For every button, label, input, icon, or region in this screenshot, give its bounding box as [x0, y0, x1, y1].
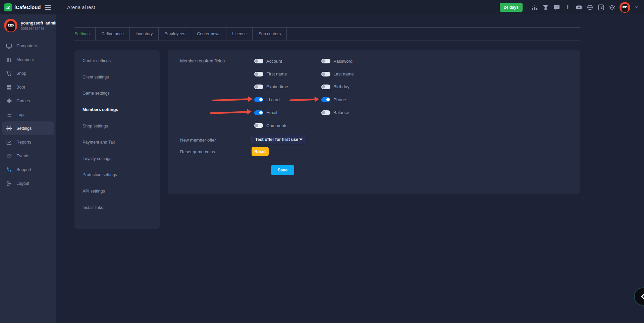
profile-chevron-down-icon[interactable] [635, 4, 639, 10]
settings-menu-item-payment-and-tax[interactable]: Payment and Tax [74, 134, 160, 151]
sidebar-item-events[interactable]: Events [2, 149, 54, 163]
reset-button[interactable]: Reset [252, 147, 269, 156]
discord-icon[interactable] [553, 4, 560, 11]
sidebar-item-reports[interactable]: Reports [2, 135, 54, 149]
first-name-toggle[interactable] [254, 72, 263, 76]
facebook-icon[interactable]: f [564, 4, 572, 11]
sidebar-item-label: Members [16, 57, 34, 62]
password-toggle[interactable] [321, 59, 330, 63]
new-member-offer-select[interactable]: Test offer for first use [252, 135, 306, 144]
select-chevron-down-icon [299, 139, 303, 141]
computers-icon [6, 43, 12, 49]
sidebar-item-computers[interactable]: Computers [2, 39, 54, 53]
menu-toggle-icon[interactable] [45, 5, 51, 10]
settings-menu-item-members-settings[interactable]: Members settings [74, 102, 160, 118]
field-balance: Balance [321, 110, 388, 115]
sidebar-item-logout[interactable]: Logout [2, 176, 54, 190]
youtube-icon[interactable] [575, 4, 583, 11]
main-content: Settings Define price Inventory Employee… [56, 14, 644, 323]
user-name: youngzsoft_admin [21, 21, 58, 25]
annotation-arrow-phone [289, 96, 319, 103]
account-toggle[interactable] [254, 59, 263, 63]
sidebar-item-games[interactable]: Games [2, 94, 54, 108]
reports-chart-icon [6, 139, 12, 145]
tab-define-price[interactable]: Define price [96, 28, 130, 40]
annotation-arrow-email [210, 109, 252, 116]
ranking-icon[interactable] [531, 4, 538, 11]
sidebar-item-label: Support [16, 167, 31, 172]
website-globe-icon[interactable] [586, 4, 594, 11]
events-crown-icon [6, 153, 12, 159]
birthday-toggle[interactable] [321, 85, 330, 89]
field-password: Password [321, 59, 388, 64]
email-toggle[interactable] [254, 110, 263, 115]
sidebar-item-members[interactable]: Members [2, 53, 54, 66]
phone-toggle[interactable] [321, 97, 330, 102]
expire-time-toggle[interactable] [254, 85, 263, 89]
last-name-toggle[interactable] [321, 72, 330, 76]
games-icon [6, 98, 12, 104]
tab-center-news[interactable]: Center news [191, 28, 226, 40]
sidebar-item-label: Logout [16, 181, 29, 186]
icafecloud-logo-icon[interactable] [597, 4, 605, 11]
user-id: 005193482475 [21, 26, 58, 31]
comments-toggle[interactable] [254, 123, 263, 128]
sidebar-item-support[interactable]: Support [2, 163, 54, 176]
id-card-toggle[interactable] [254, 97, 263, 102]
tab-sub-centers[interactable]: Sub centers [253, 28, 287, 40]
reset-game-coins-label: Reset game coins [180, 149, 215, 154]
settings-menu-item-client-settings[interactable]: Client settings [74, 69, 160, 86]
save-button[interactable]: Save [271, 165, 294, 175]
settings-menu-item-game-settings[interactable]: Game settings [74, 85, 160, 102]
sidebar-item-label: Settings [16, 126, 32, 131]
field-phone: Phone [321, 97, 388, 102]
sidebar-item-logs[interactable]: Logs [2, 108, 54, 121]
field-last-name: Last name [321, 71, 388, 76]
logs-icon [6, 112, 12, 118]
app-logo[interactable]: i2 iCafeCloud [4, 3, 41, 11]
sidebar-item-boot[interactable]: Boot [2, 80, 54, 94]
trophy-icon[interactable] [542, 4, 549, 11]
sidebar-item-label: Logs [16, 112, 25, 117]
shop-cart-icon [6, 70, 12, 76]
sidebar-item-label: Boot [16, 85, 25, 90]
settings-menu-item-shop-settings[interactable]: Shop settings [74, 118, 160, 134]
sidebar-item-shop[interactable]: Shop [2, 66, 54, 80]
settings-menu-item-center-settings[interactable]: Center settings [74, 53, 160, 69]
boot-windows-icon [6, 84, 12, 90]
tab-settings[interactable]: Settings [74, 28, 96, 40]
field-account: Account [254, 59, 321, 64]
field-expire-time: Expire time [254, 84, 321, 89]
sidebar-item-label: Computers [16, 44, 37, 48]
settings-menu-item-api-settings[interactable]: API settings [74, 183, 160, 200]
support-phone-icon [6, 167, 12, 173]
logout-icon [6, 180, 12, 186]
new-member-offer-value: Test offer for first use [255, 137, 298, 142]
sidebar-user-block[interactable]: youngzsoft_admin 005193482475 [0, 14, 56, 39]
settings-menu-item-loyalty-settings[interactable]: Loyalty settings [74, 151, 160, 167]
tab-inventory[interactable]: Inventory [130, 28, 159, 40]
user-avatar[interactable] [620, 2, 630, 13]
field-first-name: First name [254, 71, 321, 76]
members-settings-panel: Member required fields Account Password … [168, 50, 580, 194]
sidebar-item-label: Shop [16, 71, 26, 76]
icafemenu-layers-icon[interactable] [608, 4, 616, 11]
topbar-actions: 24 days f [500, 2, 644, 13]
sidebar-item-label: Events [16, 154, 29, 158]
settings-menu-item-install-links[interactable]: Install links [74, 199, 160, 216]
topbar: i2 iCafeCloud Arena aiTest 24 days [0, 0, 644, 14]
annotation-arrow-id-card [212, 96, 253, 103]
settings-menu-item-protection-settings[interactable]: Protection settings [74, 167, 160, 183]
license-days-badge[interactable]: 24 days [500, 3, 523, 12]
balance-toggle[interactable] [321, 110, 330, 115]
sidebar-item-settings[interactable]: Settings [2, 121, 54, 135]
sidebar-item-label: Games [16, 99, 30, 103]
members-icon [6, 57, 12, 63]
settings-gear-icon [6, 125, 12, 131]
required-fields-grid: Account Password First name Last name Ex… [254, 55, 388, 132]
tab-employees[interactable]: Employees [159, 28, 191, 40]
tab-license[interactable]: License [226, 28, 253, 40]
chevron-left-icon [639, 293, 644, 300]
tab-bar: Settings Define price Inventory Employee… [74, 27, 580, 41]
app-logo-icon: i2 [4, 3, 12, 11]
